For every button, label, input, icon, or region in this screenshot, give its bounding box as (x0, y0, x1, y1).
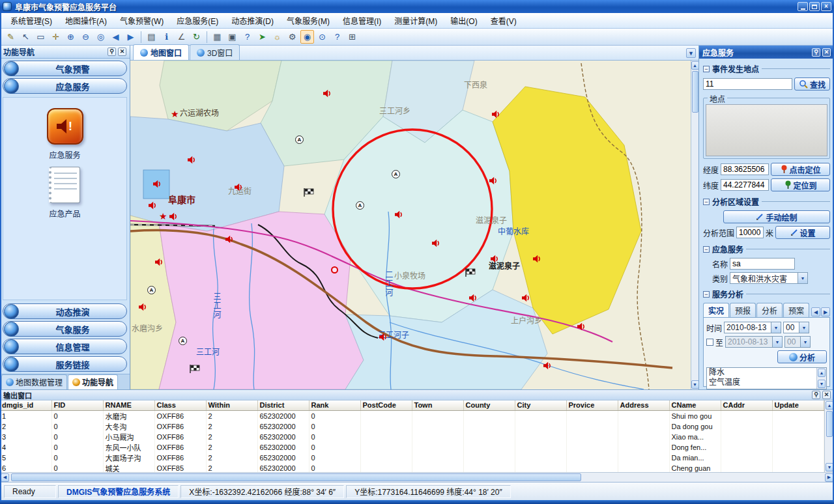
print-icon[interactable]: ▣ (225, 30, 239, 44)
table-row[interactable]: 30小马厩沟OXFF8626523020000Xiao ma... (0, 432, 824, 442)
scroll-left-icon[interactable]: ◀ (1, 473, 9, 482)
speaker-marker[interactable] (149, 201, 157, 212)
flag-marker[interactable] (304, 188, 315, 199)
station-marker[interactable]: A (147, 286, 156, 294)
minimize-button[interactable] (798, 2, 808, 11)
manual-draw-button[interactable]: 手动绘制 (723, 210, 830, 223)
column-header[interactable]: Within (206, 400, 257, 410)
analyze-button[interactable]: 分析 (777, 350, 827, 363)
speaker-marker[interactable] (522, 293, 530, 305)
menu-item[interactable]: 输出(O) (444, 13, 483, 28)
zoom-window-icon[interactable]: ▭ (34, 30, 48, 44)
export-image-icon[interactable]: ▦ (210, 30, 224, 44)
speaker-marker[interactable] (577, 322, 586, 333)
speaker-marker[interactable] (235, 182, 243, 194)
range-set-button[interactable]: 设置 (775, 226, 830, 239)
identify-icon[interactable]: ℹ (160, 30, 173, 44)
column-header[interactable]: Rank (309, 400, 360, 410)
menu-item[interactable]: 气象服务(M) (280, 13, 336, 28)
window-list-dropdown[interactable]: ▼ (686, 48, 696, 58)
star-marker[interactable]: ★ (171, 110, 179, 118)
speaker-marker[interactable] (155, 257, 164, 269)
menu-item[interactable]: 测量计算(M) (388, 13, 444, 28)
menu-item[interactable]: 系统管理(S) (4, 13, 59, 28)
locate-to-button[interactable]: 定位到 (771, 178, 830, 191)
tab-scroll-left-icon[interactable]: ◀ (811, 307, 820, 316)
settings-icon[interactable]: ⚙ (285, 30, 299, 44)
speaker-marker[interactable] (139, 302, 147, 314)
place-result-list[interactable] (706, 104, 827, 156)
tab-function-navigation[interactable]: 功能导航 (68, 374, 118, 389)
close-icon[interactable]: ✕ (118, 48, 126, 56)
pencil-icon[interactable]: ✎ (4, 30, 18, 44)
flag-marker[interactable] (190, 364, 201, 376)
menu-item[interactable]: 地图操作(A) (59, 13, 113, 28)
scroll-up-icon[interactable]: ▲ (691, 61, 699, 70)
column-header[interactable]: FID (51, 400, 103, 410)
analysis-tab[interactable]: 实况 (703, 303, 729, 317)
analysis-tab[interactable]: 预案 (783, 303, 809, 317)
pointer-icon[interactable]: ➤ (255, 30, 269, 44)
location-search-input[interactable] (703, 78, 792, 90)
pan-icon[interactable]: ✛ (49, 30, 63, 44)
menu-item[interactable]: 动态推演(D) (225, 13, 280, 28)
flag-marker[interactable] (465, 268, 476, 279)
speaker-marker[interactable] (323, 89, 332, 100)
menu-item[interactable]: 气象预警(W) (113, 13, 170, 28)
click-locate-button[interactable]: 点击定位 (771, 163, 830, 176)
speaker-marker[interactable] (153, 179, 162, 191)
search-button[interactable]: 查找 (794, 77, 830, 91)
incident-marker[interactable] (331, 266, 338, 273)
emergency-service-icon[interactable]: ◉ (300, 30, 314, 44)
menu-item[interactable]: 信息管理(I) (336, 13, 388, 28)
station-marker[interactable]: A (295, 135, 304, 144)
speaker-marker[interactable] (533, 254, 541, 266)
zoom-next-icon[interactable]: ▶ (124, 30, 137, 44)
table-horizontal-scrollbar[interactable]: ◀ ▶ (0, 472, 834, 482)
longitude-input[interactable] (721, 163, 769, 175)
nav-group-button[interactable]: 动态推演 (3, 303, 127, 319)
map-tab[interactable]: 3D窗口 (190, 44, 240, 60)
collapse-icon[interactable]: − (703, 246, 710, 253)
star-marker[interactable]: ★ (159, 212, 167, 220)
collapse-icon[interactable]: − (703, 291, 710, 298)
column-header[interactable]: CAddr (721, 400, 772, 410)
analysis-tab[interactable]: 分析 (756, 303, 783, 317)
analysis-range-input[interactable] (736, 227, 764, 238)
column-header[interactable]: dmgis_id (0, 400, 51, 410)
measure-icon[interactable]: ∠ (175, 30, 188, 44)
shortcut-emergency-service[interactable]: ! 应急服务 (47, 108, 83, 160)
table-row[interactable]: 50大面场子沟OXFF8626523020000Da mian... (0, 453, 824, 463)
column-header[interactable]: District (257, 400, 309, 410)
hotlink-icon[interactable]: ☼ (270, 30, 284, 44)
tab-scroll-right-icon[interactable]: ▶ (821, 307, 830, 316)
speaker-marker[interactable] (379, 332, 388, 344)
service-name-input[interactable] (730, 258, 795, 270)
zoom-out-icon[interactable]: ⊖ (79, 30, 93, 44)
list-item[interactable]: 空气温度 (707, 378, 816, 387)
map-tab[interactable]: 地图窗口 (133, 44, 189, 60)
collapse-icon[interactable]: − (703, 66, 710, 72)
refresh-icon[interactable]: ↻ (190, 30, 203, 44)
scroll-thumb[interactable] (826, 411, 833, 437)
column-header[interactable]: Provice (566, 400, 618, 410)
help-icon[interactable]: ? (330, 30, 344, 44)
pin-icon[interactable]: ⚲ (812, 48, 820, 57)
collapse-icon[interactable]: − (703, 199, 710, 205)
scroll-down-icon[interactable]: ▼ (691, 380, 699, 389)
speaker-marker[interactable] (543, 361, 552, 372)
column-header[interactable]: Class (154, 400, 206, 410)
column-header[interactable]: RNAME (103, 400, 154, 410)
column-header[interactable]: PostCode (360, 400, 412, 410)
speaker-marker[interactable] (492, 109, 500, 121)
nav-group-button[interactable]: 气象服务 (3, 321, 127, 337)
start-hour-select[interactable]: 00 ▼ (783, 322, 809, 333)
select-features-icon[interactable]: ↖ (19, 30, 33, 44)
visibility-icon[interactable]: ⊙ (315, 30, 329, 44)
table-row[interactable]: 40东风一小队OXFF8626523020000Dong fen... (0, 442, 824, 453)
station-marker[interactable]: A (179, 337, 187, 345)
zoom-previous-icon[interactable]: ◀ (109, 30, 122, 44)
list-scrollbar[interactable]: ▲ ▼ (816, 368, 826, 389)
column-header[interactable]: County (463, 400, 515, 410)
shortcut-emergency-product[interactable]: 应急产品 (49, 167, 80, 219)
